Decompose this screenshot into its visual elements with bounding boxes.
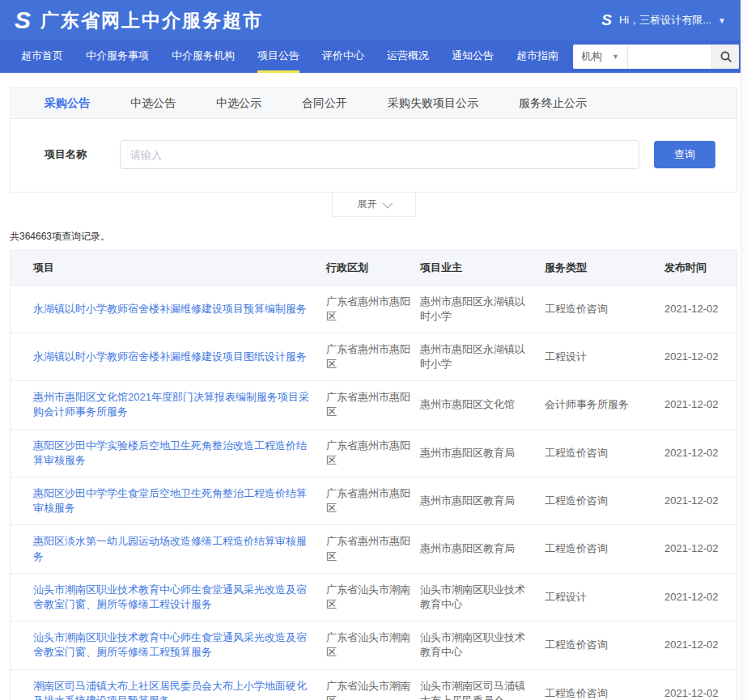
date-cell: 2021-12-02 [664, 573, 736, 621]
service-cell: 工程造价咨询 [545, 669, 664, 700]
expand-row: 展开 [0, 193, 747, 217]
col-owner: 项目业主 [420, 251, 545, 285]
owner-cell: 惠州市惠阳区文化馆 [420, 381, 545, 429]
col-region: 行政区划 [326, 251, 420, 285]
search-button[interactable] [711, 45, 739, 69]
chevron-down-icon: ▼ [718, 16, 726, 25]
table-row: 汕头市潮南区职业技术教育中心师生食堂通风采光改造及宿舍教室门窗、厕所等修缮工程设… [11, 573, 736, 621]
tab[interactable]: 中选公示 [216, 96, 261, 111]
chevron-down-icon [382, 198, 393, 209]
region-cell: 广东省惠州市惠阳区 [326, 285, 420, 333]
project-link[interactable]: 潮南区司马浦镇大布上社区居民委员会大布上小学地面硬化及排水系统建设项目预算服务 [33, 680, 307, 700]
tab[interactable]: 采购公告 [45, 96, 90, 111]
date-cell: 2021-12-02 [664, 525, 736, 573]
tab[interactable]: 合同公开 [302, 96, 347, 111]
owner-cell: 惠州市惠阳区教育局 [420, 477, 545, 525]
col-service: 服务类型 [545, 251, 664, 285]
date-cell: 2021-12-02 [664, 381, 736, 429]
owner-cell: 惠州市惠阳区永湖镇以时小学 [420, 333, 545, 380]
project-link[interactable]: 永湖镇以时小学教师宿舍楼补漏维修建设项目图纸设计服务 [33, 350, 307, 363]
region-cell: 广东省汕头市潮南区 [326, 669, 420, 700]
results-table-panel: 项目 行政区划 项目业主 服务类型 发布时间 永湖镇以时小学教师宿舍楼补漏维修建… [10, 250, 737, 700]
results-table: 项目 行政区划 项目业主 服务类型 发布时间 永湖镇以时小学教师宿舍楼补漏维修建… [11, 251, 736, 700]
project-link[interactable]: 永湖镇以时小学教师宿舍楼补漏维修建设项目预算编制服务 [33, 303, 307, 315]
col-project: 项目 [11, 251, 326, 285]
date-cell: 2021-12-02 [664, 622, 736, 669]
search-category-select[interactable]: 机构 ▼ [573, 45, 628, 69]
date-cell: 2021-12-02 [664, 669, 736, 700]
table-row: 惠州市惠阳区文化馆2021年度部门决算报表编制服务项目采购会计师事务所服务 广东… [11, 381, 736, 429]
caret-down-icon: ▼ [612, 53, 619, 61]
table-header-row: 项目 行政区划 项目业主 服务类型 发布时间 [11, 251, 736, 285]
nav-item[interactable]: 运营概况 [387, 40, 429, 73]
col-date: 发布时间 [664, 251, 736, 285]
filter-form: 项目名称 查询 [11, 119, 736, 192]
project-link[interactable]: 惠州市惠阳区文化馆2021年度部门决算报表编制服务项目采购会计师事务所服务 [33, 391, 309, 418]
service-cell: 工程造价咨询 [545, 622, 664, 669]
service-cell: 工程造价咨询 [545, 477, 664, 525]
service-cell: 工程造价咨询 [545, 525, 664, 573]
expand-label: 展开 [358, 197, 377, 211]
header: S 广东省网上中介服务超市 S Hi，三桥设计有限... ▼ [0, 0, 747, 40]
user-menu[interactable]: S Hi，三桥设计有限... ▼ [601, 0, 726, 40]
table-row: 惠阳区沙田中学实验楼后空地卫生死角整治改造工程造价结算审核服务 广东省惠州市惠阳… [11, 429, 736, 477]
region-cell: 广东省惠州市惠阳区 [326, 477, 420, 525]
nav-item[interactable]: 超市指南 [516, 40, 558, 73]
region-cell: 广东省惠州市惠阳区 [326, 429, 420, 477]
project-name-input[interactable] [120, 140, 639, 169]
search-icon [719, 50, 732, 63]
result-count: 共364663项查询记录。 [10, 230, 747, 244]
owner-cell: 惠州市惠阳区永湖镇以时小学 [420, 285, 545, 333]
date-cell: 2021-12-02 [664, 429, 736, 477]
nav-item[interactable]: 超市首页 [21, 40, 63, 73]
scrollbar[interactable] [741, 0, 747, 700]
date-cell: 2021-12-02 [664, 333, 736, 380]
table-row: 汕头市潮南区职业技术教育中心师生食堂通风采光改造及宿舍教室门窗、厕所等修缮工程预… [11, 622, 736, 669]
nav-item[interactable]: 项目公告 [257, 40, 299, 73]
nav-item[interactable]: 中介服务机构 [172, 40, 235, 73]
region-cell: 广东省汕头市潮南区 [326, 622, 420, 669]
owner-cell: 惠州市惠阳区教育局 [420, 429, 545, 477]
service-cell: 工程设计 [545, 333, 664, 380]
search-category-value: 机构 [581, 49, 602, 64]
project-link[interactable]: 惠阳区沙田中学学生食堂后空地卫生死角整治工程造价结算审核服务 [33, 487, 307, 514]
tab[interactable]: 服务终止公示 [519, 96, 587, 111]
search-input[interactable] [628, 45, 711, 69]
table-row: 惠阳区淡水第一幼儿园运动场改造修缮工程造价结算审核服务 广东省惠州市惠阳区 惠州… [11, 525, 736, 573]
nav-item[interactable]: 通知公告 [452, 40, 494, 73]
project-link[interactable]: 惠阳区沙田中学实验楼后空地卫生死角整治改造工程造价结算审核服务 [33, 439, 307, 466]
table-row: 惠阳区沙田中学学生食堂后空地卫生死角整治工程造价结算审核服务 广东省惠州市惠阳区… [11, 477, 736, 525]
announcement-tabs: 采购公告中选公告中选公示合同公开采购失败项目公示服务终止公示 [11, 88, 736, 119]
region-cell: 广东省汕头市潮南区 [326, 573, 420, 621]
main-nav: 超市首页中介服务事项中介服务机构项目公告评价中心运营概况通知公告超市指南中介专属… [0, 40, 747, 73]
nav-item[interactable]: 中介服务事项 [86, 40, 149, 73]
tab[interactable]: 采购失败项目公示 [388, 96, 478, 111]
site-search: 机构 ▼ [573, 45, 739, 69]
region-cell: 广东省惠州市惠阳区 [326, 381, 420, 429]
service-cell: 工程设计 [545, 573, 664, 621]
region-cell: 广东省惠州市惠阳区 [326, 333, 420, 380]
service-cell: 会计师事务所服务 [545, 381, 664, 429]
nav-item[interactable]: 评价中心 [322, 40, 364, 73]
site-title: 广东省网上中介服务超市 [40, 8, 263, 33]
site-logo-icon: S [15, 8, 31, 32]
date-cell: 2021-12-02 [664, 285, 736, 333]
table-row: 永湖镇以时小学教师宿舍楼补漏维修建设项目预算编制服务 广东省惠州市惠阳区 惠州市… [11, 285, 736, 333]
service-cell: 工程造价咨询 [545, 429, 664, 477]
date-cell: 2021-12-02 [664, 477, 736, 525]
table-row: 永湖镇以时小学教师宿舍楼补漏维修建设项目图纸设计服务 广东省惠州市惠阳区 惠州市… [11, 333, 736, 380]
filter-panel: 采购公告中选公告中选公示合同公开采购失败项目公示服务终止公示 项目名称 查询 [10, 87, 737, 193]
query-button[interactable]: 查询 [654, 141, 715, 168]
expand-button[interactable]: 展开 [332, 193, 416, 217]
owner-cell: 汕头市潮南区司马浦镇大布上居民委员会 [420, 669, 545, 700]
user-greeting: Hi，三桥设计有限... [619, 13, 711, 28]
project-link[interactable]: 汕头市潮南区职业技术教育中心师生食堂通风采光改造及宿舍教室门窗、厕所等修缮工程设… [33, 583, 307, 610]
owner-cell: 惠州市惠阳区教育局 [420, 525, 545, 573]
project-link[interactable]: 惠阳区淡水第一幼儿园运动场改造修缮工程造价结算审核服务 [33, 535, 307, 562]
tab[interactable]: 中选公告 [130, 96, 176, 111]
owner-cell: 汕头市潮南区职业技术教育中心 [420, 622, 545, 669]
project-link[interactable]: 汕头市潮南区职业技术教育中心师生食堂通风采光改造及宿舍教室门窗、厕所等修缮工程预… [33, 631, 307, 658]
region-cell: 广东省惠州市惠阳区 [326, 525, 420, 573]
service-cell: 工程造价咨询 [545, 285, 664, 333]
page: S 广东省网上中介服务超市 S Hi，三桥设计有限... ▼ 超市首页中介服务事… [0, 0, 747, 700]
